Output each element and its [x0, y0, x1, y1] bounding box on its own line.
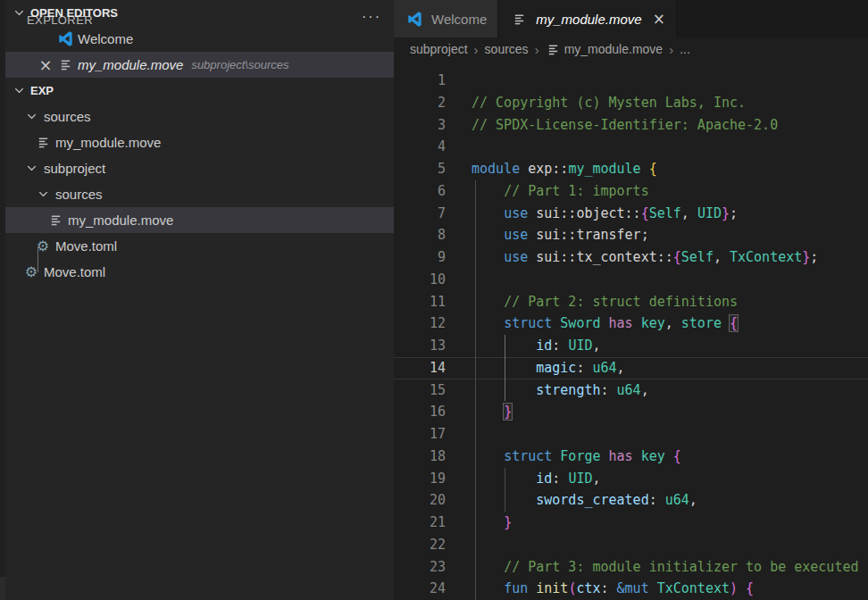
line-number[interactable]: 12 — [394, 312, 446, 335]
line-number[interactable]: 8 — [394, 224, 446, 246]
code-line[interactable]: 12 struct Sword has key, store { — [394, 312, 868, 335]
code-line[interactable]: 1 — [394, 70, 868, 92]
code-line-text[interactable]: use sui::tx_context::{Self, TxContext}; — [472, 246, 818, 269]
line-number[interactable]: 24 — [394, 578, 446, 600]
code-line-text[interactable]: // SPDX-License-Identifier: Apache-2.0 — [472, 114, 778, 137]
code-line-text[interactable]: struct Forge has key { — [472, 446, 681, 468]
tree-item-subproject[interactable]: subproject — [5, 155, 394, 181]
code-line-text[interactable]: module exp::my_module { — [472, 158, 657, 180]
code-token: } — [504, 514, 512, 530]
line-number[interactable]: 4 — [394, 136, 446, 158]
line-number[interactable]: 14 — [394, 357, 446, 379]
code-line-text[interactable]: use sui::object::{Self, UID}; — [472, 203, 738, 225]
code-line[interactable]: 18 struct Forge has key { — [394, 446, 868, 468]
gear-icon: ⚙ — [33, 237, 53, 256]
open-editors-section-header[interactable]: OPEN EDITORS — [5, 0, 394, 26]
code-line[interactable]: 4 — [394, 136, 868, 158]
close-icon[interactable]: × — [38, 58, 52, 72]
code-line[interactable]: 10 — [394, 269, 868, 291]
code-line-text[interactable]: id: UID, — [472, 468, 601, 490]
open-editor-item[interactable]: Welcome — [5, 26, 394, 52]
line-number[interactable]: 2 — [394, 92, 446, 114]
code-line[interactable]: 8 use sui::transfer; — [394, 224, 868, 246]
line-number[interactable]: 17 — [394, 423, 446, 446]
code-line-text[interactable]: // Part 2: struct definitions — [472, 291, 738, 313]
tab-welcome[interactable]: Welcome — [394, 0, 498, 38]
code-line-text[interactable]: magic: u64, — [472, 357, 625, 379]
line-number[interactable]: 23 — [394, 556, 446, 579]
breadcrumb-item[interactable]: ... — [680, 42, 690, 56]
code-line-text[interactable]: } — [472, 401, 512, 423]
code-token: ) — [730, 580, 738, 596]
tree-item-move-toml[interactable]: ⚙Move.toml — [5, 233, 394, 259]
code-line[interactable]: 5module exp::my_module { — [394, 158, 868, 180]
code-line-text[interactable]: struct Sword has key, store { — [472, 312, 738, 335]
code-line[interactable]: 3// SPDX-License-Identifier: Apache-2.0 — [394, 114, 868, 137]
file-icon — [33, 133, 53, 153]
line-number[interactable]: 1 — [394, 70, 446, 92]
line-number[interactable]: 9 — [394, 246, 446, 269]
line-number[interactable]: 6 — [394, 180, 446, 203]
code-line-text[interactable]: // Copyright (c) Mysten Labs, Inc. — [472, 92, 746, 114]
code-line[interactable]: 16 } — [394, 401, 868, 423]
code-line[interactable]: 22 — [394, 534, 868, 556]
line-number[interactable]: 10 — [394, 269, 446, 291]
breadcrumb-item[interactable]: subproject — [410, 42, 468, 56]
code-token — [738, 580, 746, 596]
tree-item-sources[interactable]: sources — [5, 181, 394, 207]
code-line[interactable]: 13 id: UID, — [394, 335, 868, 357]
tree-item-label: my_module.move — [55, 135, 161, 150]
code-token: : — [649, 492, 665, 508]
code-editor[interactable]: 12// Copyright (c) Mysten Labs, Inc.3// … — [394, 61, 868, 600]
code-line-text[interactable]: use sui::transfer; — [472, 224, 649, 246]
tree-item-move-toml[interactable]: ⚙Move.toml — [5, 259, 394, 285]
code-line-text[interactable]: // Part 1: imports — [472, 180, 649, 203]
code-line[interactable]: 24 fun init(ctx: &mut TxContext) { — [394, 578, 868, 600]
line-number[interactable]: 20 — [394, 489, 446, 512]
line-number[interactable]: 16 — [394, 401, 446, 423]
code-line-text[interactable]: id: UID, — [472, 335, 601, 357]
code-token: struct — [504, 448, 552, 464]
explorer-root-section-header[interactable]: EXP — [5, 78, 394, 104]
line-number[interactable]: 19 — [394, 468, 446, 490]
close-icon[interactable]: × — [653, 10, 665, 28]
code-line[interactable]: 9 use sui::tx_context::{Self, TxContext}… — [394, 246, 868, 269]
tree-item-my-module-move[interactable]: my_module.move — [5, 207, 394, 233]
breadcrumb-item-label: subproject — [410, 42, 468, 56]
code-line[interactable]: 11 // Part 2: struct definitions — [394, 291, 868, 313]
open-editor-item[interactable]: ×my_module.movesubproject\sources — [5, 52, 394, 78]
code-line[interactable]: 21 } — [394, 512, 868, 534]
code-token: Self — [681, 249, 714, 265]
tab-my-module-move[interactable]: my_module.move× — [498, 0, 677, 38]
code-line-text[interactable]: // Part 3: module initializer to be exec… — [472, 556, 858, 579]
file-icon — [55, 55, 75, 75]
code-token: store — [681, 315, 722, 331]
line-number[interactable]: 15 — [394, 379, 446, 402]
code-line-text[interactable]: } — [472, 512, 512, 534]
line-number[interactable]: 22 — [394, 534, 446, 556]
tree-item-my-module-move[interactable]: my_module.move — [5, 129, 394, 155]
code-line-text[interactable]: fun init(ctx: &mut TxContext) { — [472, 578, 754, 600]
line-number[interactable]: 7 — [394, 203, 446, 225]
breadcrumb-item[interactable]: sources — [485, 42, 529, 56]
code-token — [633, 315, 641, 331]
code-line[interactable]: 17 — [394, 423, 868, 446]
code-line[interactable]: 7 use sui::object::{Self, UID}; — [394, 203, 868, 225]
code-line[interactable]: 20 swords_created: u64, — [394, 489, 868, 512]
code-line[interactable]: 6 // Part 1: imports — [394, 180, 868, 203]
code-line[interactable]: 23 // Part 3: module initializer to be e… — [394, 556, 868, 579]
code-token: { — [641, 205, 649, 221]
code-line[interactable]: 2// Copyright (c) Mysten Labs, Inc. — [394, 92, 868, 114]
line-number[interactable]: 5 — [394, 158, 446, 180]
code-line-text[interactable]: strength: u64, — [472, 379, 649, 402]
code-line[interactable]: 15 strength: u64, — [394, 379, 868, 402]
line-number[interactable]: 21 — [394, 512, 446, 534]
tree-item-sources[interactable]: sources — [5, 104, 394, 129]
line-number[interactable]: 11 — [394, 291, 446, 313]
line-number[interactable]: 13 — [394, 335, 446, 357]
line-number[interactable]: 18 — [394, 446, 446, 468]
code-line[interactable]: 19 id: UID, — [394, 468, 868, 490]
code-line[interactable]: 14 magic: u64, — [394, 357, 868, 379]
breadcrumb-item[interactable]: my_module.move — [546, 39, 664, 59]
line-number[interactable]: 3 — [394, 114, 446, 137]
